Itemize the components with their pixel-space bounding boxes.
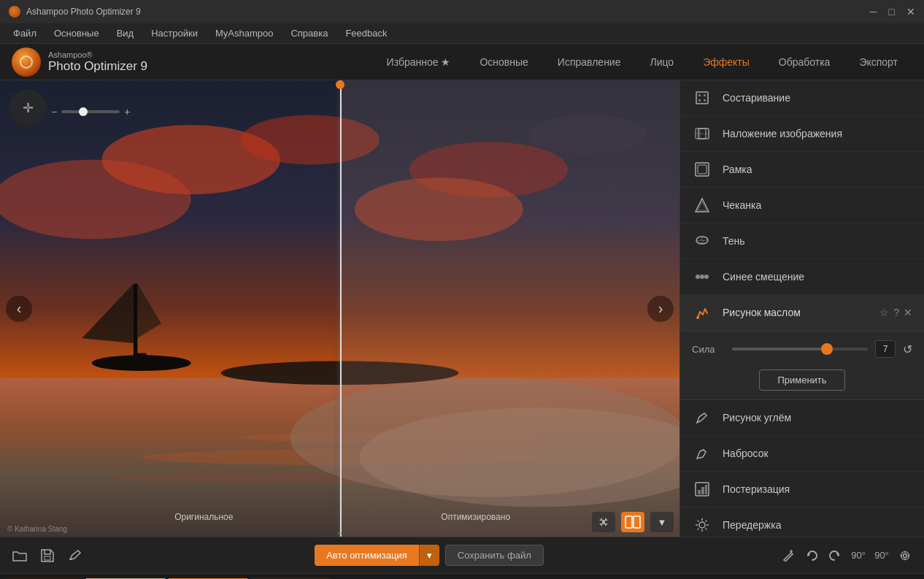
rotate-ccw-button[interactable]: 90° bbox=[848, 545, 869, 566]
menu-view[interactable]: Вид bbox=[109, 25, 142, 42]
strength-slider-row: Сила 7 ↺ bbox=[680, 331, 924, 367]
effect-overlay[interactable]: Наложение изображения bbox=[680, 116, 924, 152]
prev-image-button[interactable]: ‹ bbox=[6, 296, 32, 322]
save-file-button[interactable]: Сохранить файл bbox=[445, 545, 544, 566]
logo-text-block: Ashampoo® Photo Optimizer 9 bbox=[48, 50, 147, 74]
frame-icon bbox=[692, 159, 712, 180]
redo-button[interactable] bbox=[825, 545, 845, 566]
strength-slider-fill bbox=[732, 348, 827, 350]
tab-face[interactable]: Лицо bbox=[635, 52, 688, 72]
edit-button[interactable] bbox=[64, 545, 86, 567]
window-controls: ─ □ ✕ bbox=[870, 6, 915, 18]
aging-icon bbox=[692, 88, 712, 108]
split-view-icon bbox=[625, 515, 641, 529]
menu-settings[interactable]: Настройки bbox=[144, 25, 205, 42]
oilpaint-help-button[interactable]: ? bbox=[893, 307, 899, 318]
tab-favorites[interactable]: Избранное ★ bbox=[372, 52, 466, 72]
zoom-plus-button[interactable]: + bbox=[124, 106, 130, 118]
tab-processing[interactable]: Обработка bbox=[764, 52, 845, 72]
save-button[interactable] bbox=[36, 545, 58, 567]
svg-line-58 bbox=[698, 528, 699, 529]
title-bar: Ashampoo Photo Optimizer 9 ─ □ ✕ bbox=[0, 0, 924, 23]
strength-reset-button[interactable]: ↺ bbox=[903, 342, 912, 356]
label-original: Оригинальное bbox=[174, 512, 233, 522]
logo-inner bbox=[20, 55, 33, 69]
tab-correction[interactable]: Исправление bbox=[543, 52, 636, 72]
bottom-toolbar: Авто оптимизация ▾ Сохранить файл bbox=[0, 537, 924, 573]
pan-control[interactable]: ✛ bbox=[9, 89, 47, 127]
strength-label: Сила bbox=[692, 344, 725, 355]
split-view-button[interactable] bbox=[621, 512, 644, 532]
auto-optimize-dropdown-button[interactable]: ▾ bbox=[419, 545, 439, 566]
svg-line-56 bbox=[705, 528, 707, 529]
effect-oilpaint[interactable]: Рисунок маслом ☆ ? ✕ bbox=[680, 295, 924, 331]
svg-rect-25 bbox=[698, 94, 701, 96]
effect-overexpose[interactable]: Передержка bbox=[680, 507, 924, 537]
rotate-cw-button[interactable]: 90° bbox=[871, 545, 892, 566]
auto-optimize-button[interactable]: Авто оптимизация bbox=[315, 545, 419, 566]
shift-label: Синее смещение bbox=[723, 271, 912, 283]
pan-icon: ✛ bbox=[23, 100, 34, 116]
effect-sketch[interactable]: Набросок bbox=[680, 436, 924, 472]
effect-shift[interactable]: Синее смещение bbox=[680, 259, 924, 295]
svg-rect-48 bbox=[701, 487, 704, 494]
menu-file[interactable]: Файл bbox=[6, 25, 44, 42]
shadow-label: Тень bbox=[723, 235, 912, 247]
zoom-slider[interactable] bbox=[61, 110, 120, 113]
menu-myashampoo[interactable]: MyAshampoo bbox=[208, 25, 280, 42]
svg-point-41 bbox=[700, 275, 704, 279]
oilpaint-actions: ☆ ? ✕ bbox=[879, 307, 912, 318]
next-image-button[interactable]: › bbox=[647, 296, 674, 322]
svg-rect-22 bbox=[625, 516, 632, 528]
strength-slider-track[interactable] bbox=[732, 348, 868, 350]
menu-feedback[interactable]: Feedback bbox=[338, 25, 394, 42]
arrows-icon bbox=[598, 516, 609, 528]
edit-icon bbox=[69, 549, 82, 562]
oilpaint-favorite-button[interactable]: ☆ bbox=[879, 307, 889, 318]
shadow-icon bbox=[692, 231, 712, 251]
effect-pencil[interactable]: Рисунок углём bbox=[680, 400, 924, 436]
label-optimized: Оптимизировано bbox=[441, 512, 510, 522]
close-button[interactable]: ✕ bbox=[906, 6, 915, 18]
effect-aging[interactable]: Состаривание bbox=[680, 80, 924, 116]
maximize-button[interactable]: □ bbox=[889, 6, 895, 18]
zoom-minus-button[interactable]: − bbox=[51, 106, 57, 118]
app-icon bbox=[9, 6, 20, 18]
aging-label: Состаривание bbox=[723, 92, 912, 104]
apply-button[interactable]: Применить bbox=[759, 369, 844, 391]
menu-basic[interactable]: Основные bbox=[47, 25, 107, 42]
settings-button[interactable] bbox=[895, 545, 915, 566]
effect-list: Состаривание Наложение изображения bbox=[680, 80, 924, 537]
view-options-button[interactable]: ▼ bbox=[650, 512, 674, 532]
svg-rect-34 bbox=[698, 165, 707, 174]
effect-posterize[interactable]: Постеризация bbox=[680, 472, 924, 507]
collapse-view-button[interactable] bbox=[592, 512, 615, 532]
svg-rect-27 bbox=[698, 99, 701, 101]
title-bar-left: Ashampoo Photo Optimizer 9 bbox=[9, 6, 141, 18]
svg-rect-24 bbox=[696, 92, 708, 104]
wand-button[interactable] bbox=[778, 545, 798, 566]
oilpaint-icon bbox=[692, 302, 712, 323]
tab-effects[interactable]: Эффекты bbox=[688, 52, 764, 72]
split-handle[interactable] bbox=[336, 80, 344, 89]
svg-point-42 bbox=[704, 275, 709, 279]
effect-shadow[interactable]: Тень bbox=[680, 223, 924, 259]
oilpaint-remove-button[interactable]: ✕ bbox=[904, 307, 912, 318]
svg-rect-21 bbox=[340, 80, 680, 537]
effect-emboss[interactable]: Чеканка bbox=[680, 188, 924, 223]
image-bottom-bar: ▼ bbox=[586, 507, 679, 537]
menu-help[interactable]: Справка bbox=[283, 25, 335, 42]
zoom-bar: − + bbox=[51, 106, 130, 118]
strength-value[interactable]: 7 bbox=[875, 340, 896, 358]
emboss-icon bbox=[692, 195, 712, 215]
tab-export[interactable]: Экспорт bbox=[844, 52, 912, 72]
oilpaint-label: Рисунок маслом bbox=[723, 307, 869, 318]
svg-rect-28 bbox=[704, 99, 706, 101]
image-container: ✛ − + Оригинальное Оптимизировано © Kath… bbox=[0, 80, 679, 537]
main-area: ✛ − + Оригинальное Оптимизировано © Kath… bbox=[0, 80, 924, 537]
open-file-button[interactable] bbox=[9, 545, 31, 567]
undo-button[interactable] bbox=[801, 545, 822, 566]
effect-frame[interactable]: Рамка bbox=[680, 152, 924, 188]
minimize-button[interactable]: ─ bbox=[870, 6, 877, 18]
tab-basic[interactable]: Основные bbox=[465, 52, 542, 72]
